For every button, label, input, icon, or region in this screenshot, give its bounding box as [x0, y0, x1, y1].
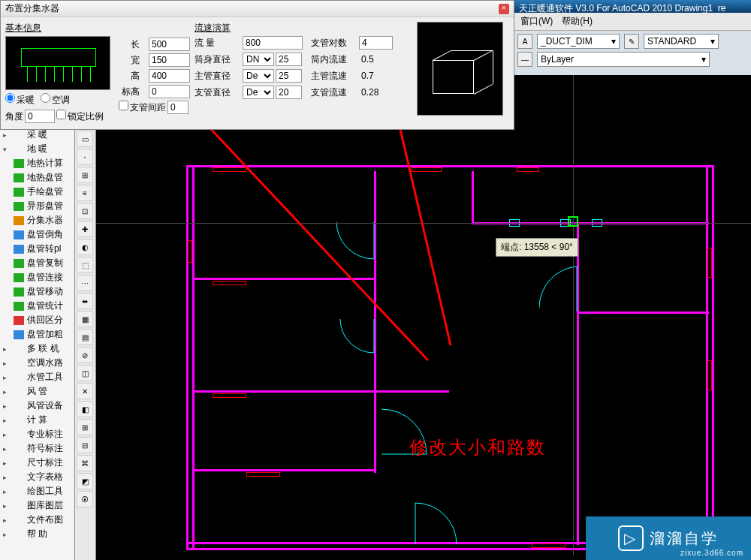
- dialog-title-text: 布置分集水器: [5, 2, 59, 15]
- tree-item[interactable]: ▸绘图工具: [0, 484, 74, 498]
- tree-item[interactable]: ▸空调水路: [0, 356, 74, 370]
- snap-tooltip: 端点: 13558 < 90°: [496, 238, 578, 257]
- tool-btn[interactable]: ⊞: [77, 167, 93, 183]
- tree-item[interactable]: ▸多 联 机: [0, 342, 74, 356]
- tool-btn[interactable]: ⊡: [77, 203, 93, 219]
- branch-count-input[interactable]: [359, 36, 393, 50]
- tool-btn[interactable]: ⬌: [77, 293, 93, 309]
- tool-btn[interactable]: ◐: [77, 239, 93, 255]
- tool-btn[interactable]: ⊘: [77, 347, 93, 363]
- basic-info-label: 基本信息: [5, 22, 114, 35]
- tree-item[interactable]: 异形盘管: [0, 199, 74, 213]
- height-input[interactable]: [149, 69, 190, 83]
- tree-item[interactable]: ▸尺寸标注: [0, 456, 74, 470]
- branch-dia-unit[interactable]: De: [243, 86, 274, 99]
- branch-dia-input[interactable]: [276, 86, 302, 99]
- tree-item[interactable]: 地热计算: [0, 156, 74, 170]
- text-style-combo[interactable]: STANDARD▾: [644, 34, 719, 49]
- width-input[interactable]: [149, 53, 190, 67]
- radio-heating[interactable]: 采暖: [5, 93, 35, 107]
- tool-btn[interactable]: ⊟: [77, 437, 93, 453]
- tool-btn[interactable]: ⦿: [77, 491, 93, 507]
- tool-btn[interactable]: ▤: [77, 329, 93, 345]
- tool-btn[interactable]: ◩: [77, 473, 93, 489]
- tree-item[interactable]: 盘管加粗: [0, 327, 74, 342]
- tool-btn[interactable]: ⊞: [77, 419, 93, 435]
- watermark-sub: zixue.3d66.com: [680, 549, 743, 557]
- tree-item[interactable]: ▸风管设备: [0, 399, 74, 413]
- body-dia-unit[interactable]: DN: [243, 53, 274, 66]
- manifold-dialog: 布置分集水器 × 基本信息 采暖 空调 角度 锁定比例: [0, 0, 514, 130]
- flow-rate-label: 流 量: [195, 37, 238, 50]
- tool-btn[interactable]: ≡: [77, 185, 93, 201]
- body-vel-value: [359, 53, 397, 66]
- tree-item[interactable]: ▸帮 助: [0, 527, 74, 541]
- branch-vel-label: 支管流速: [311, 86, 354, 99]
- tree-item[interactable]: 盘管复制: [0, 256, 74, 270]
- tool-btn[interactable]: ⋯: [77, 275, 93, 291]
- main-dia-input[interactable]: [276, 69, 302, 83]
- length-label: 长: [119, 38, 140, 51]
- main-dia-unit[interactable]: De: [243, 69, 274, 83]
- tool-btn[interactable]: ▭: [77, 131, 93, 147]
- linetype-icon[interactable]: —: [517, 52, 532, 67]
- flow-rate-input[interactable]: [243, 36, 303, 50]
- tool-btn[interactable]: ✕: [77, 383, 93, 399]
- elevation-label: 标高: [119, 86, 140, 98]
- style-toolbar: A _DUCT_DIM▾ ✎ STANDARD▾ — ByLayer▾: [514, 30, 751, 75]
- lock-ratio-check[interactable]: 锁定比例: [56, 110, 104, 123]
- tool-palette: ▭ ◦ ⊞ ≡ ⊡ ✚ ◐ ⬚ ⋯ ⬌ ▦ ▤ ⊘ ◫ ✕ ◧ ⊞ ⊟ ⌘ ◩ …: [75, 128, 96, 560]
- linetype-combo[interactable]: ByLayer▾: [537, 52, 710, 67]
- tool-btn[interactable]: ◫: [77, 365, 93, 381]
- tree-item[interactable]: ▸专业标注: [0, 427, 74, 441]
- close-icon[interactable]: ×: [499, 4, 509, 14]
- length-input[interactable]: [149, 38, 190, 51]
- dimensions-panel: 长 宽 高 标高 支管间距: [119, 22, 190, 125]
- tool-btn[interactable]: ⬚: [77, 257, 93, 273]
- app-titlebar: 天正暖通软件 V3.0 For AutoCAD 2010 Drawing1_re…: [514, 0, 751, 30]
- tree-item[interactable]: 盘管倒角: [0, 227, 74, 242]
- tree-item[interactable]: ▸符号标注: [0, 441, 74, 456]
- tree-item[interactable]: 盘管转pl: [0, 242, 74, 256]
- menu-window[interactable]: 窗口(W): [520, 15, 553, 28]
- tree-item[interactable]: ▸图库图层: [0, 498, 74, 513]
- tree-item[interactable]: ▸风 管: [0, 384, 74, 399]
- tree-item[interactable]: 盘管连接: [0, 270, 74, 285]
- tree-item[interactable]: 地热盘管: [0, 170, 74, 185]
- tree-item[interactable]: ▸文字表格: [0, 470, 74, 484]
- tool-btn[interactable]: ◦: [77, 149, 93, 165]
- body-dia-label: 筒身直径: [195, 53, 238, 66]
- tool-btn[interactable]: ▦: [77, 311, 93, 327]
- text-style-icon[interactable]: ✎: [624, 34, 639, 49]
- menubar: 窗口(W) 帮助(H): [514, 13, 751, 30]
- body-vel-label: 筒内流速: [311, 53, 354, 66]
- dim-style-combo[interactable]: _DUCT_DIM▾: [537, 34, 620, 49]
- dialog-titlebar[interactable]: 布置分集水器 ×: [1, 1, 514, 17]
- dim-style-icon[interactable]: A: [517, 34, 532, 49]
- app-title: 天正暖通软件 V3.0 For AutoCAD 2010 Drawing1_re: [514, 0, 751, 13]
- branch-spacing-check[interactable]: 支管间距: [119, 101, 166, 114]
- tool-btn[interactable]: ⌘: [77, 455, 93, 471]
- radio-ac[interactable]: 空调: [41, 93, 70, 107]
- tree-item[interactable]: ▾地 暖: [0, 142, 74, 156]
- body-dia-input[interactable]: [276, 53, 302, 66]
- branch-dia-label: 支管直径: [195, 86, 238, 99]
- menu-help[interactable]: 帮助(H): [562, 15, 593, 28]
- tree-item[interactable]: ▸计 算: [0, 413, 74, 427]
- angle-input[interactable]: [25, 110, 55, 123]
- tool-btn[interactable]: ◧: [77, 401, 93, 417]
- tree-item[interactable]: ▸水管工具: [0, 370, 74, 384]
- tree-item[interactable]: ▸文件布图: [0, 513, 74, 527]
- command-tree: ▸采 暖▾地 暖地热计算地热盘管手绘盘管异形盘管分集水器盘管倒角盘管转pl盘管复…: [0, 128, 75, 560]
- tree-item[interactable]: 供回区分: [0, 313, 74, 327]
- tool-btn[interactable]: ✚: [77, 221, 93, 237]
- drawing-canvas[interactable]: [96, 75, 751, 560]
- tree-item[interactable]: 盘管移动: [0, 285, 74, 299]
- tree-item[interactable]: 手绘盘管: [0, 185, 74, 199]
- preview-2d: [5, 36, 110, 90]
- elevation-input[interactable]: [149, 85, 190, 98]
- branch-spacing-input[interactable]: [167, 101, 189, 114]
- tree-item[interactable]: 分集水器: [0, 213, 74, 227]
- basic-info-panel: 基本信息 采暖 空调 角度 锁定比例: [5, 22, 114, 125]
- tree-item[interactable]: 盘管统计: [0, 299, 74, 313]
